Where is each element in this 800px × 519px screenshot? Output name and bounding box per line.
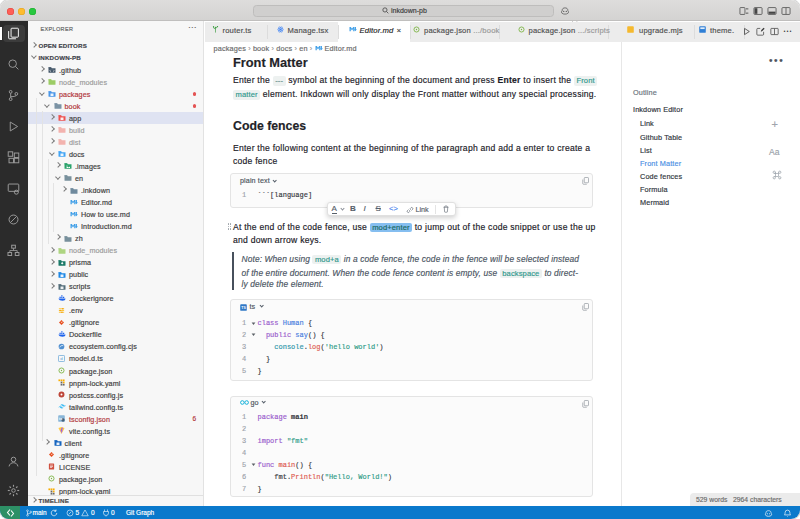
svg-text:TS: TS — [241, 306, 246, 310]
svg-text:d: d — [60, 356, 63, 361]
svg-text:ts: ts — [59, 417, 62, 421]
